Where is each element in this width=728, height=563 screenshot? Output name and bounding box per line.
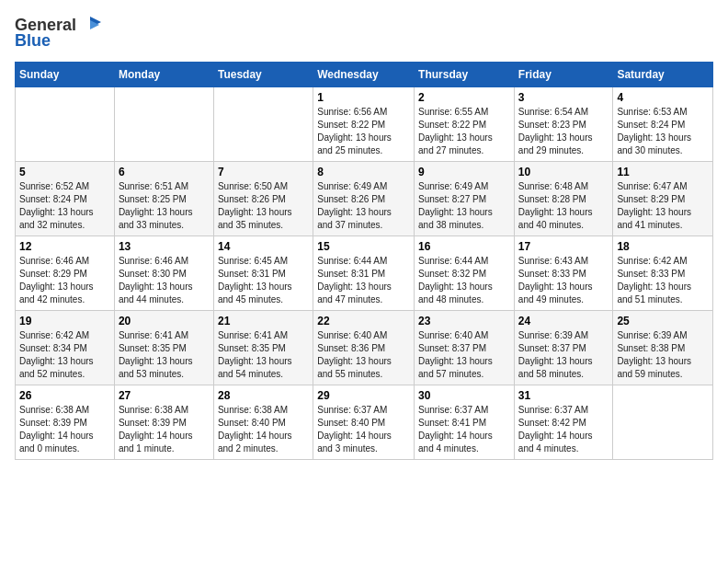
day-info: Sunrise: 6:53 AM Sunset: 8:24 PM Dayligh… bbox=[617, 106, 709, 157]
calendar-cell: 6Sunrise: 6:51 AM Sunset: 8:25 PM Daylig… bbox=[114, 162, 213, 236]
calendar-cell bbox=[114, 87, 213, 162]
calendar-day-header: Monday bbox=[114, 63, 213, 87]
day-info: Sunrise: 6:54 AM Sunset: 8:23 PM Dayligh… bbox=[518, 106, 609, 157]
calendar-cell: 17Sunrise: 6:43 AM Sunset: 8:33 PM Dayli… bbox=[514, 236, 613, 311]
calendar-cell bbox=[213, 87, 313, 162]
calendar-cell: 11Sunrise: 6:47 AM Sunset: 8:29 PM Dayli… bbox=[613, 162, 713, 236]
day-number: 20 bbox=[119, 315, 210, 327]
calendar-header-row: SundayMondayTuesdayWednesdayThursdayFrid… bbox=[16, 63, 713, 87]
calendar-cell: 12Sunrise: 6:46 AM Sunset: 8:29 PM Dayli… bbox=[16, 236, 115, 311]
day-info: Sunrise: 6:44 AM Sunset: 8:31 PM Dayligh… bbox=[317, 255, 410, 306]
logo-flag-icon bbox=[77, 15, 103, 35]
calendar-cell: 19Sunrise: 6:42 AM Sunset: 8:34 PM Dayli… bbox=[16, 311, 115, 385]
logo-text: General Blue bbox=[15, 15, 104, 51]
calendar-day-header: Sunday bbox=[16, 63, 115, 87]
day-info: Sunrise: 6:52 AM Sunset: 8:24 PM Dayligh… bbox=[19, 180, 110, 232]
day-number: 17 bbox=[518, 240, 609, 253]
day-info: Sunrise: 6:55 AM Sunset: 8:22 PM Dayligh… bbox=[418, 106, 510, 157]
calendar-week-row: 12Sunrise: 6:46 AM Sunset: 8:29 PM Dayli… bbox=[16, 236, 713, 311]
day-number: 24 bbox=[518, 315, 609, 327]
day-info: Sunrise: 6:40 AM Sunset: 8:37 PM Dayligh… bbox=[418, 329, 510, 381]
calendar-cell: 2Sunrise: 6:55 AM Sunset: 8:22 PM Daylig… bbox=[415, 87, 515, 162]
calendar-cell: 4Sunrise: 6:53 AM Sunset: 8:24 PM Daylig… bbox=[613, 87, 713, 162]
calendar-cell: 22Sunrise: 6:40 AM Sunset: 8:36 PM Dayli… bbox=[313, 311, 415, 385]
day-info: Sunrise: 6:46 AM Sunset: 8:30 PM Dayligh… bbox=[119, 255, 210, 306]
day-number: 11 bbox=[617, 166, 709, 178]
day-number: 19 bbox=[19, 315, 110, 327]
calendar-cell: 14Sunrise: 6:45 AM Sunset: 8:31 PM Dayli… bbox=[213, 236, 313, 311]
day-number: 8 bbox=[317, 166, 410, 178]
day-number: 2 bbox=[418, 91, 510, 104]
day-info: Sunrise: 6:41 AM Sunset: 8:35 PM Dayligh… bbox=[119, 329, 210, 381]
day-number: 22 bbox=[317, 315, 410, 327]
calendar-cell bbox=[613, 385, 713, 460]
calendar-cell: 31Sunrise: 6:37 AM Sunset: 8:42 PM Dayli… bbox=[514, 385, 613, 460]
day-number: 27 bbox=[119, 389, 210, 402]
day-number: 23 bbox=[418, 315, 510, 327]
day-number: 31 bbox=[518, 389, 609, 402]
calendar-week-row: 26Sunrise: 6:38 AM Sunset: 8:39 PM Dayli… bbox=[16, 385, 713, 460]
calendar-cell: 1Sunrise: 6:56 AM Sunset: 8:22 PM Daylig… bbox=[313, 87, 415, 162]
day-number: 3 bbox=[518, 91, 609, 104]
day-number: 21 bbox=[218, 315, 309, 327]
day-info: Sunrise: 6:46 AM Sunset: 8:29 PM Dayligh… bbox=[19, 255, 110, 306]
calendar-cell: 25Sunrise: 6:39 AM Sunset: 8:38 PM Dayli… bbox=[613, 311, 713, 385]
day-number: 25 bbox=[617, 315, 709, 327]
day-number: 12 bbox=[19, 240, 110, 253]
calendar-cell: 5Sunrise: 6:52 AM Sunset: 8:24 PM Daylig… bbox=[16, 162, 115, 236]
day-info: Sunrise: 6:47 AM Sunset: 8:29 PM Dayligh… bbox=[617, 180, 709, 232]
day-info: Sunrise: 6:49 AM Sunset: 8:27 PM Dayligh… bbox=[418, 180, 510, 232]
calendar-cell: 26Sunrise: 6:38 AM Sunset: 8:39 PM Dayli… bbox=[16, 385, 115, 460]
day-info: Sunrise: 6:56 AM Sunset: 8:22 PM Dayligh… bbox=[317, 106, 410, 157]
calendar-day-header: Saturday bbox=[613, 63, 713, 87]
day-number: 26 bbox=[19, 389, 110, 402]
day-number: 10 bbox=[518, 166, 609, 178]
day-info: Sunrise: 6:44 AM Sunset: 8:32 PM Dayligh… bbox=[418, 255, 510, 306]
logo: General Blue bbox=[15, 15, 104, 51]
day-info: Sunrise: 6:37 AM Sunset: 8:40 PM Dayligh… bbox=[317, 404, 410, 455]
day-info: Sunrise: 6:37 AM Sunset: 8:42 PM Dayligh… bbox=[518, 404, 609, 455]
day-info: Sunrise: 6:42 AM Sunset: 8:33 PM Dayligh… bbox=[617, 255, 709, 306]
calendar-cell: 13Sunrise: 6:46 AM Sunset: 8:30 PM Dayli… bbox=[114, 236, 213, 311]
day-info: Sunrise: 6:39 AM Sunset: 8:38 PM Dayligh… bbox=[617, 329, 709, 381]
day-info: Sunrise: 6:51 AM Sunset: 8:25 PM Dayligh… bbox=[119, 180, 210, 232]
day-number: 29 bbox=[317, 389, 410, 402]
calendar-cell: 30Sunrise: 6:37 AM Sunset: 8:41 PM Dayli… bbox=[415, 385, 515, 460]
day-number: 18 bbox=[617, 240, 709, 253]
calendar-day-header: Friday bbox=[514, 63, 613, 87]
calendar-week-row: 19Sunrise: 6:42 AM Sunset: 8:34 PM Dayli… bbox=[16, 311, 713, 385]
calendar-cell: 15Sunrise: 6:44 AM Sunset: 8:31 PM Dayli… bbox=[313, 236, 415, 311]
calendar-cell: 20Sunrise: 6:41 AM Sunset: 8:35 PM Dayli… bbox=[114, 311, 213, 385]
day-info: Sunrise: 6:38 AM Sunset: 8:40 PM Dayligh… bbox=[218, 404, 309, 455]
day-number: 5 bbox=[19, 166, 110, 178]
calendar-cell: 28Sunrise: 6:38 AM Sunset: 8:40 PM Dayli… bbox=[213, 385, 313, 460]
page-header: General Blue bbox=[15, 15, 713, 51]
calendar-cell: 18Sunrise: 6:42 AM Sunset: 8:33 PM Dayli… bbox=[613, 236, 713, 311]
day-number: 15 bbox=[317, 240, 410, 253]
day-info: Sunrise: 6:45 AM Sunset: 8:31 PM Dayligh… bbox=[218, 255, 309, 306]
calendar-cell: 23Sunrise: 6:40 AM Sunset: 8:37 PM Dayli… bbox=[415, 311, 515, 385]
day-info: Sunrise: 6:38 AM Sunset: 8:39 PM Dayligh… bbox=[19, 404, 110, 455]
calendar-table: SundayMondayTuesdayWednesdayThursdayFrid… bbox=[15, 62, 713, 460]
calendar-day-header: Thursday bbox=[415, 63, 515, 87]
day-number: 4 bbox=[617, 91, 709, 104]
calendar-day-header: Wednesday bbox=[313, 63, 415, 87]
calendar-week-row: 5Sunrise: 6:52 AM Sunset: 8:24 PM Daylig… bbox=[16, 162, 713, 236]
calendar-cell: 24Sunrise: 6:39 AM Sunset: 8:37 PM Dayli… bbox=[514, 311, 613, 385]
day-number: 28 bbox=[218, 389, 309, 402]
day-number: 13 bbox=[119, 240, 210, 253]
calendar-day-header: Tuesday bbox=[213, 63, 313, 87]
calendar-week-row: 1Sunrise: 6:56 AM Sunset: 8:22 PM Daylig… bbox=[16, 87, 713, 162]
day-info: Sunrise: 6:50 AM Sunset: 8:26 PM Dayligh… bbox=[218, 180, 309, 232]
calendar-cell: 27Sunrise: 6:38 AM Sunset: 8:39 PM Dayli… bbox=[114, 385, 213, 460]
day-info: Sunrise: 6:39 AM Sunset: 8:37 PM Dayligh… bbox=[518, 329, 609, 381]
day-number: 6 bbox=[119, 166, 210, 178]
day-number: 14 bbox=[218, 240, 309, 253]
calendar-cell: 16Sunrise: 6:44 AM Sunset: 8:32 PM Dayli… bbox=[415, 236, 515, 311]
calendar-cell: 29Sunrise: 6:37 AM Sunset: 8:40 PM Dayli… bbox=[313, 385, 415, 460]
day-number: 1 bbox=[317, 91, 410, 104]
day-info: Sunrise: 6:40 AM Sunset: 8:36 PM Dayligh… bbox=[317, 329, 410, 381]
day-number: 9 bbox=[418, 166, 510, 178]
day-number: 30 bbox=[418, 389, 510, 402]
calendar-cell: 9Sunrise: 6:49 AM Sunset: 8:27 PM Daylig… bbox=[415, 162, 515, 236]
